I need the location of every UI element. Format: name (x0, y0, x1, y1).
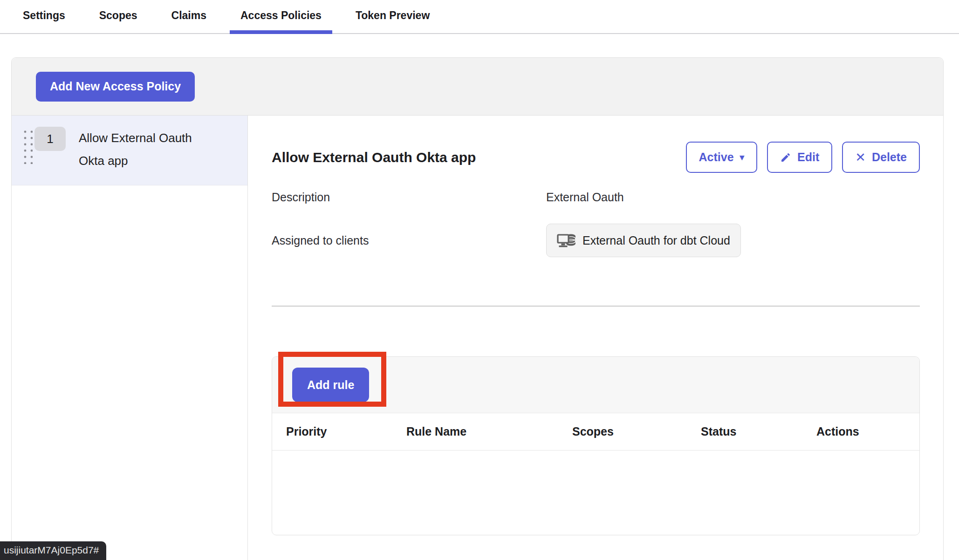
access-policies-panel: Add New Access Policy 1 Allow External O… (11, 57, 944, 560)
assigned-clients-row: Assigned to clients (272, 224, 920, 257)
edit-button[interactable]: Edit (767, 142, 832, 173)
assigned-clients-label: Assigned to clients (272, 234, 546, 247)
rules-table-header: Priority Rule Name Scopes Status Actions (272, 413, 919, 451)
tab-scopes[interactable]: Scopes (89, 0, 148, 34)
column-scopes: Scopes (572, 425, 701, 438)
page: Settings Scopes Claims Access Policies T… (0, 0, 959, 560)
policy-title: Allow External Oauth Okta app (272, 150, 476, 165)
description-label: Description (272, 191, 546, 204)
delete-button[interactable]: ✕ Delete (842, 142, 920, 173)
close-icon: ✕ (855, 150, 866, 165)
status-label: Active (699, 150, 734, 164)
column-actions: Actions (816, 425, 919, 438)
column-priority: Priority (286, 425, 406, 438)
description-row: Description External Oauth (272, 191, 920, 204)
policy-order-badge: 1 (34, 127, 66, 151)
policy-actions: Active ▾ Edit ✕ (686, 142, 920, 173)
chevron-down-icon: ▾ (740, 152, 745, 163)
policy-title-row: Allow External Oauth Okta app Active ▾ (272, 142, 920, 173)
panel-body: 1 Allow External Oauth Okta app Allow Ex… (12, 116, 943, 560)
panel-toolbar: Add New Access Policy (12, 58, 943, 116)
policy-list-item[interactable]: 1 Allow External Oauth Okta app (12, 116, 247, 185)
column-status: Status (701, 425, 816, 438)
rules-table-container: Add rule Priority Rule Name Scopes Statu… (272, 356, 920, 535)
description-value: External Oauth (546, 191, 624, 204)
tab-token-preview[interactable]: Token Preview (345, 0, 440, 34)
policy-name: Allow External Oauth Okta app (79, 127, 219, 172)
add-rule-button[interactable]: Add rule (292, 368, 369, 402)
policy-list: 1 Allow External Oauth Okta app (12, 116, 248, 560)
column-rule-name: Rule Name (406, 425, 572, 438)
pencil-icon (780, 152, 791, 163)
status-dropdown-button[interactable]: Active ▾ (686, 142, 758, 173)
tab-access-policies[interactable]: Access Policies (230, 0, 332, 34)
delete-label: Delete (872, 150, 907, 164)
edit-label: Edit (797, 150, 819, 164)
status-bar-tooltip: usijiutarM7Aj0Ep5d7# (0, 541, 106, 560)
rules-toolbar: Add rule (272, 357, 919, 413)
drag-handle-icon[interactable] (21, 128, 33, 164)
tab-settings[interactable]: Settings (12, 0, 76, 34)
section-divider (272, 306, 920, 307)
tab-bar: Settings Scopes Claims Access Policies T… (0, 0, 959, 34)
policy-meta: Description External Oauth Assigned to c… (272, 191, 920, 257)
tab-claims[interactable]: Claims (161, 0, 217, 34)
rules-table-empty-body (272, 451, 919, 535)
computer-icon (557, 233, 576, 248)
policy-detail: Allow External Oauth Okta app Active ▾ (248, 116, 943, 560)
client-chip-label: External Oauth for dbt Cloud (582, 234, 730, 247)
add-new-access-policy-button[interactable]: Add New Access Policy (36, 72, 195, 102)
client-chip: External Oauth for dbt Cloud (546, 224, 741, 257)
